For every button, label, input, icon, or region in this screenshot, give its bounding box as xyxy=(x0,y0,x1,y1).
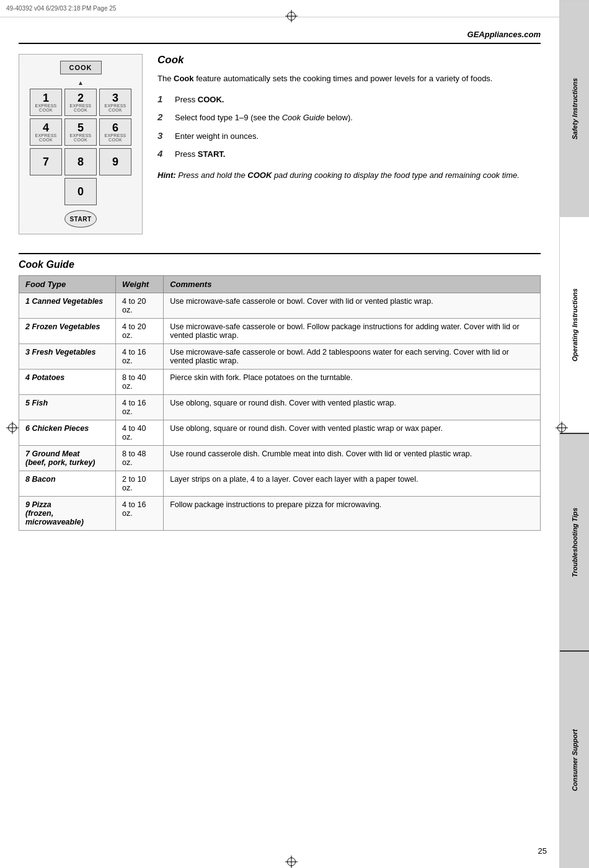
weight-cell: 4 to 20 oz. xyxy=(116,293,164,319)
table-header-row: Food Type Weight Comments xyxy=(19,276,541,293)
step-2: 2 Select food type 1–9 (see the Cook Gui… xyxy=(157,112,541,124)
table-row: 3 Fresh Vegetables4 to 16 oz.Use microwa… xyxy=(19,344,541,370)
weight-cell: 4 to 20 oz. xyxy=(116,319,164,344)
cook-guide-title: Cook Guide xyxy=(19,253,541,270)
key-0[interactable]: 0 xyxy=(64,178,97,205)
food-type-cell: 7 Ground Meat (beef, pork, turkey) xyxy=(19,446,116,471)
weight-cell: 4 to 16 oz. xyxy=(116,344,164,370)
keypad-row-3: 7 8 9 xyxy=(30,148,131,175)
comments-cell: Use oblong, square or round dish. Cover … xyxy=(164,420,541,446)
key-7[interactable]: 7 xyxy=(30,148,62,175)
page-number: 25 xyxy=(538,846,547,856)
key-5[interactable]: 5 EXPRESS COOK xyxy=(64,118,97,146)
comments-cell: Use microwave-safe casserole or bowl. Ad… xyxy=(164,344,541,370)
step-1: 1 Press COOK. xyxy=(157,94,541,106)
comments-cell: Follow package instructions to prepare p… xyxy=(164,497,541,531)
sidebar-tab-safety[interactable]: Safety Instructions xyxy=(560,0,589,216)
cook-button-label[interactable]: COOK xyxy=(60,61,102,74)
table-row: 9 Pizza (frozen, microwaveable)4 to 16 o… xyxy=(19,497,541,531)
comments-cell: Use microwave-safe casserole or bowl. Fo… xyxy=(164,319,541,344)
sidebar-tab-consumer[interactable]: Consumer Support xyxy=(560,652,589,868)
cook-description: The Cook feature automatically sets the … xyxy=(157,73,541,85)
cook-title: Cook xyxy=(157,54,541,66)
food-type-cell: 6 Chicken Pieces xyxy=(19,420,116,446)
weight-cell: 2 to 10 oz. xyxy=(116,471,164,497)
comments-cell: Use round casserole dish. Crumble meat i… xyxy=(164,446,541,471)
start-button[interactable]: START xyxy=(64,210,97,228)
keypad-row-0: 0 xyxy=(64,178,97,205)
right-sidebar: Safety Instructions Operating Instructio… xyxy=(559,0,589,868)
key-2[interactable]: 2 EXPRESS COOK xyxy=(64,89,97,116)
step-3: 3 Enter weight in ounces. xyxy=(157,130,541,143)
food-type-cell: 3 Fresh Vegetables xyxy=(19,344,116,370)
ge-website-text: GEAppliances.com xyxy=(467,30,541,39)
table-row: 1 Canned Vegetables4 to 20 oz.Use microw… xyxy=(19,293,541,319)
comments-cell: Use microwave-safe casserole or bowl. Co… xyxy=(164,293,541,319)
table-row: 7 Ground Meat (beef, pork, turkey)8 to 4… xyxy=(19,446,541,471)
step-list: 1 Press COOK. 2 Select food type 1–9 (se… xyxy=(157,94,541,161)
weight-cell: 8 to 48 oz. xyxy=(116,446,164,471)
arrow-up-icon: ▲ xyxy=(78,79,84,86)
food-type-cell: 2 Frozen Vegetables xyxy=(19,319,116,344)
key-8[interactable]: 8 xyxy=(64,148,97,175)
table-row: 5 Fish4 to 16 oz.Use oblong, square or r… xyxy=(19,395,541,420)
table-row: 6 Chicken Pieces4 to 40 oz.Use oblong, s… xyxy=(19,420,541,446)
food-type-cell: 4 Potatoes xyxy=(19,370,116,395)
comments-cell: Pierce skin with fork. Place potatoes on… xyxy=(164,370,541,395)
ge-header: GEAppliances.com xyxy=(19,30,541,44)
keypad-row-1: 1 EXPRESS COOK 2 EXPRESS COOK 3 EXPRESS … xyxy=(30,89,131,116)
hint-box: Hint: Press and hold the COOK pad during… xyxy=(157,169,541,182)
keypad-row-2: 4 EXPRESS COOK 5 EXPRESS COOK 6 EXPRESS … xyxy=(30,118,131,146)
weight-cell: 8 to 40 oz. xyxy=(116,370,164,395)
weight-cell: 4 to 16 oz. xyxy=(116,395,164,420)
sidebar-tab-operating[interactable]: Operating Instructions xyxy=(560,216,589,433)
keypad-diagram: COOK ▲ 1 EXPRESS COOK 2 EXPRESS COOK 3 E… xyxy=(19,54,143,234)
table-row: 2 Frozen Vegetables4 to 20 oz.Use microw… xyxy=(19,319,541,344)
table-row: 8 Bacon2 to 10 oz.Layer strips on a plat… xyxy=(19,471,541,497)
cook-section: COOK ▲ 1 EXPRESS COOK 2 EXPRESS COOK 3 E… xyxy=(19,54,541,234)
top-bar-text: 49-40392 v04 6/29/03 2:18 PM Page 25 xyxy=(6,5,116,12)
step-4: 4 Press START. xyxy=(157,148,541,161)
comments-cell: Layer strips on a plate, 4 to a layer. C… xyxy=(164,471,541,497)
hint-label: Hint: xyxy=(157,170,176,180)
main-content: GEAppliances.com COOK ▲ 1 EXPRESS COOK 2… xyxy=(0,17,559,543)
key-4[interactable]: 4 EXPRESS COOK xyxy=(30,118,62,146)
hint-text: Press and hold the COOK pad during cooki… xyxy=(178,170,520,180)
col-food-type: Food Type xyxy=(19,276,116,293)
key-9[interactable]: 9 xyxy=(99,148,131,175)
weight-cell: 4 to 40 oz. xyxy=(116,420,164,446)
key-3[interactable]: 3 EXPRESS COOK xyxy=(99,89,131,116)
table-row: 4 Potatoes8 to 40 oz.Pierce skin with fo… xyxy=(19,370,541,395)
food-type-cell: 9 Pizza (frozen, microwaveable) xyxy=(19,497,116,531)
comments-cell: Use oblong, square or round dish. Cover … xyxy=(164,395,541,420)
food-type-cell: 5 Fish xyxy=(19,395,116,420)
weight-cell: 4 to 16 oz. xyxy=(116,497,164,531)
cook-instructions: Cook The Cook feature automatically sets… xyxy=(157,54,541,234)
key-1[interactable]: 1 EXPRESS COOK xyxy=(30,89,62,116)
sidebar-tab-troubleshooting[interactable]: Troubleshooting Tips xyxy=(560,434,589,650)
cook-guide-table: Food Type Weight Comments 1 Canned Veget… xyxy=(19,275,541,531)
food-type-cell: 1 Canned Vegetables xyxy=(19,293,116,319)
col-weight: Weight xyxy=(116,276,164,293)
key-6[interactable]: 6 EXPRESS COOK xyxy=(99,118,131,146)
food-type-cell: 8 Bacon xyxy=(19,471,116,497)
col-comments: Comments xyxy=(164,276,541,293)
